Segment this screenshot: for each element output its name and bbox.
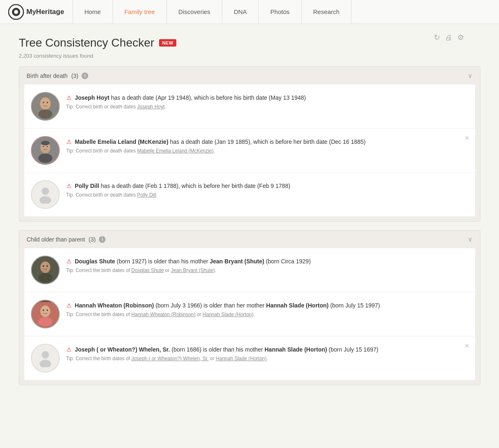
avatar-photo-douglas: [32, 256, 59, 284]
warning-icon-hannah: ⚠: [66, 302, 72, 309]
svg-point-17: [40, 196, 51, 204]
issue-item-hannah-wheaton: ⚠ Hannah Wheaton (Robinson) (born July 3…: [24, 292, 475, 336]
warning-icon-mabelle: ⚠: [66, 138, 72, 145]
nav-home[interactable]: Home: [73, 0, 112, 24]
tip-link1-douglas[interactable]: Douglas Shute: [131, 267, 164, 273]
new-badge: NEW: [159, 39, 176, 47]
tip-hannah-wheaton: Tip: Correct the birth dates of Hannah W…: [66, 312, 469, 317]
page-title-row: Tree Consistency Checker NEW ↻ 🖨 ⚙: [19, 36, 480, 49]
person-name-joseph-hoyt: Joseph Hoyt: [75, 94, 109, 101]
main-header: MyHeritage Home Family tree Discoveries …: [0, 0, 499, 24]
tip-link-mabelle[interactable]: Mabelle Emelia Leland (McKenzie): [137, 148, 213, 154]
section-header-birth-after-death[interactable]: Birth after death (3) i ∨: [19, 67, 480, 84]
svg-point-32: [40, 360, 51, 367]
svg-point-21: [41, 262, 49, 271]
person-name-mabelle: Mabelle Emelia Leland (McKenzie): [75, 138, 168, 145]
nav-family-tree[interactable]: Family tree: [112, 0, 166, 24]
svg-point-7: [42, 102, 44, 103]
issue-text-hannah-wheaton: ⚠ Hannah Wheaton (Robinson) (born July 3…: [66, 301, 469, 310]
svg-rect-30: [33, 300, 57, 302]
tip-joseph-whelen: Tip: Correct the birth dates of Joseph (…: [66, 356, 469, 361]
info-icon-child-older[interactable]: i: [99, 236, 105, 243]
issue-content-douglas: ⚠ Douglas Shute (born 1927) is older tha…: [66, 256, 469, 273]
issue-content-polly: ⚠ Polly Dill has a death date (Feb 1 178…: [66, 180, 469, 198]
section-title-birth-after-death: Birth after death (3): [27, 73, 79, 79]
section-title-child-older: Child older than parent (3): [27, 236, 96, 243]
section-body-child-older: ⚠ Douglas Shute (born 1927) is older tha…: [24, 248, 475, 380]
tip-link2-joseph-whelen[interactable]: Hannah Slade (Horton): [216, 356, 267, 361]
section-header-left-child: Child older than parent (3) i: [27, 236, 106, 243]
person-name-hannah-slade: Hannah Slade (Horton): [266, 302, 329, 309]
svg-point-31: [42, 351, 49, 359]
svg-point-22: [42, 265, 44, 267]
issue-text-polly: ⚠ Polly Dill has a death date (Feb 1 178…: [66, 182, 469, 190]
issue-text-douglas: ⚠ Douglas Shute (born 1927) is older tha…: [66, 257, 469, 266]
tip-douglas: Tip: Correct the birth dates of Douglas …: [66, 267, 469, 273]
tip-link2-douglas[interactable]: Jean Bryant (Shute): [171, 267, 215, 273]
chevron-birth-after-death: ∨: [468, 72, 473, 80]
section-birth-after-death: Birth after death (3) i ∨: [19, 66, 480, 222]
svg-point-28: [42, 310, 44, 311]
svg-point-26: [38, 317, 52, 327]
close-button-joseph-whelen[interactable]: ×: [465, 342, 469, 349]
page-content: Tree Consistency Checker NEW ↻ 🖨 ⚙ 2,203…: [11, 24, 489, 406]
issue-item-douglas-shute: ⚠ Douglas Shute (born 1927) is older tha…: [24, 248, 475, 292]
info-icon-birth-after-death[interactable]: i: [82, 73, 88, 79]
warning-icon-douglas: ⚠: [66, 258, 72, 265]
page-title: Tree Consistency Checker: [19, 36, 155, 49]
svg-point-29: [46, 310, 48, 311]
tip-link1-joseph-whelen[interactable]: Joseph ( or Wheaton?) Whelen, Sr.: [131, 356, 209, 361]
section-header-child-older[interactable]: Child older than parent (3) i ∨: [19, 230, 480, 248]
settings-icon[interactable]: ⚙: [457, 33, 464, 42]
avatar-photo-mabelle: [32, 136, 59, 165]
close-button-mabelle[interactable]: ×: [465, 134, 469, 142]
tip-link-joseph-hoyt[interactable]: Joseph Hoyt: [137, 104, 165, 110]
nav-discoveries[interactable]: Discoveries: [166, 0, 222, 24]
main-nav: Home Family tree Discoveries DNA Photos …: [73, 0, 491, 23]
tip-mabelle: Tip: Correct birth or death dates Mabell…: [66, 148, 469, 154]
toolbar-right: ↻ 🖨 ⚙: [434, 33, 464, 42]
avatar-silhouette-polly: [36, 185, 54, 204]
svg-point-14: [47, 146, 48, 147]
person-name-polly: Polly Dill: [75, 183, 99, 189]
issue-content-mabelle: ⚠ Mabelle Emelia Leland (McKenzie) has a…: [66, 136, 469, 154]
logo-text: MyHeritage: [26, 8, 64, 16]
svg-point-13: [42, 146, 44, 147]
logo[interactable]: MyHeritage: [8, 4, 64, 20]
tip-link1-hannah[interactable]: Hannah Wheaton (Robinson): [131, 312, 195, 317]
avatar-silhouette-joseph-whelen: [36, 349, 54, 367]
avatar-polly-dill: [31, 180, 60, 209]
issue-content-hannah-wheaton: ⚠ Hannah Wheaton (Robinson) (born July 3…: [66, 300, 469, 317]
svg-point-5: [38, 110, 52, 119]
nav-research[interactable]: Research: [301, 0, 351, 24]
issue-item-mabelle: ⚠ Mabelle Emelia Leland (McKenzie) has a…: [24, 129, 475, 173]
avatar-hannah-wheaton: [31, 300, 60, 328]
nav-photos[interactable]: Photos: [258, 0, 301, 24]
issue-item-joseph-whelen: ⚠ Joseph ( or Wheaton?) Whelen, Sr. (bor…: [24, 336, 475, 380]
chevron-child-older: ∨: [468, 235, 473, 243]
svg-point-11: [38, 154, 52, 163]
person-name-joseph-whelen: Joseph ( or Wheaton?) Whelen, Sr.: [75, 346, 170, 353]
issue-text-joseph-hoyt: ⚠ Joseph Hoyt has a death date (Apr 19 1…: [66, 94, 469, 102]
print-icon[interactable]: 🖨: [445, 33, 452, 42]
warning-icon: ⚠: [66, 94, 72, 101]
section-header-left: Birth after death (3) i: [27, 73, 89, 79]
svg-point-16: [42, 188, 49, 195]
avatar-mabelle: [31, 136, 60, 165]
svg-point-23: [46, 265, 48, 267]
issue-content-joseph-hoyt: ⚠ Joseph Hoyt has a death date (Apr 19 1…: [66, 92, 469, 110]
nav-dna[interactable]: DNA: [222, 0, 258, 24]
issues-count: 2,203 consistency issues found: [19, 53, 480, 59]
tip-joseph-hoyt: Tip: Correct birth or death dates Joseph…: [66, 104, 469, 110]
person-name-douglas: Douglas Shute: [75, 258, 115, 265]
tip-link-polly[interactable]: Polly Dill: [137, 192, 156, 198]
person-name-jean: Jean Bryant (Shute): [210, 258, 264, 265]
warning-icon-joseph-whelen: ⚠: [66, 346, 72, 353]
tip-link2-hannah[interactable]: Hannah Slade (Horton): [203, 312, 253, 317]
logo-icon: [8, 4, 24, 20]
warning-icon-polly: ⚠: [66, 183, 72, 189]
avatar-joseph-hoyt: [31, 92, 60, 121]
svg-point-15: [41, 141, 49, 145]
issue-item-polly-dill: ⚠ Polly Dill has a death date (Feb 1 178…: [24, 173, 475, 216]
refresh-icon[interactable]: ↻: [434, 33, 440, 42]
